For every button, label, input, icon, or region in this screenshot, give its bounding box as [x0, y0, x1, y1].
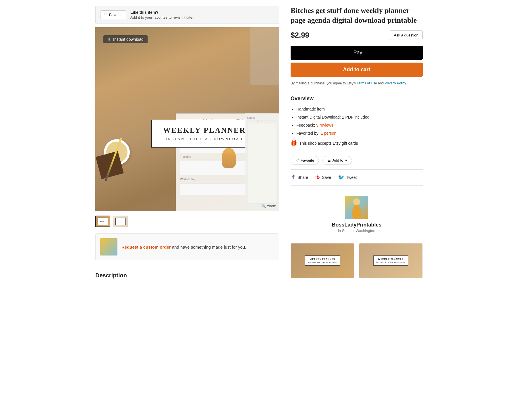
- overview-item-3-prefix: Feedback:: [296, 123, 316, 127]
- related-product-1-image: WEEKLY PLANNER INSTANT DIGITAL DOWNLOAD: [291, 243, 354, 278]
- add-to-label: Add to: [333, 158, 343, 162]
- instant-download-badge: ⬇ Instant download: [103, 35, 148, 43]
- thumbnail-1[interactable]: WEEKLY: [95, 216, 110, 227]
- related-product-1[interactable]: WEEKLY PLANNER INSTANT DIGITAL DOWNLOAD: [291, 243, 354, 278]
- related-2-title: WEEKLY PLANNER: [376, 258, 405, 261]
- overview-item-1: Handmade item: [296, 105, 423, 113]
- related-product-2-image: WEEKLY PLANNER INSTANT DIGITAL DOWNLOAD: [359, 243, 422, 278]
- tweet-label: Tweet: [346, 175, 357, 180]
- reviews-link[interactable]: 9 reviews: [316, 123, 333, 127]
- gift-card-icon: 🎁: [291, 140, 297, 146]
- privacy-link[interactable]: Privacy Policy: [385, 81, 406, 85]
- related-product-1-card: WEEKLY PLANNER INSTANT DIGITAL DOWNLOAD: [305, 256, 340, 266]
- divider-description: [95, 265, 279, 265]
- custom-order-after: and have something made just for you.: [171, 245, 246, 249]
- gift-cards-row: 🎁 This shop accepts Etsy gift cards: [291, 140, 423, 146]
- zoom-button[interactable]: 🔍 zoom: [261, 204, 276, 208]
- planner-card: WEEKLY PLANNER INSTANT DIGITAL DOWNLOAD: [151, 120, 258, 148]
- chevron-down-icon: ▾: [345, 158, 347, 162]
- main-product-image: WEEKLY PLANNER INSTANT DIGITAL DOWNLOAD …: [95, 27, 279, 211]
- overview-item-2: Instant Digital Download: 1 PDF included: [296, 113, 423, 121]
- overview-item-4-prefix: Favorited by:: [296, 131, 321, 136]
- zoom-icon: 🔍: [261, 204, 266, 208]
- shop-avatar-small: [100, 238, 117, 256]
- purchase-terms: By making a purchase, you agree to Etsy'…: [291, 81, 423, 86]
- terms-link[interactable]: Terms of Use: [357, 81, 377, 85]
- related-2-subtitle: INSTANT DIGITAL DOWNLOAD: [376, 262, 405, 263]
- actions-row: ♡ Favorite ☰ Add to ▾: [291, 156, 423, 165]
- planner-card-title: WEEKLY PLANNER: [159, 126, 250, 135]
- overview-title: Overview: [291, 96, 423, 102]
- thumbnail-2[interactable]: [113, 216, 128, 227]
- ask-question-button[interactable]: Ask a question: [390, 30, 423, 40]
- custom-order-text: Request a custom order and have somethin…: [121, 245, 246, 249]
- overview-item-1-text: Handmade item: [296, 107, 325, 111]
- favorite-action-label: Favorite: [301, 158, 314, 162]
- add-to-action-button[interactable]: ☰ Add to ▾: [322, 156, 352, 165]
- favorite-button[interactable]: ♡ Favorite: [100, 10, 126, 19]
- divider-overview: [291, 91, 423, 91]
- related-product-2-card: WEEKLY PLANNER INSTANT DIGITAL DOWNLOAD: [373, 256, 408, 266]
- like-heading: Like this item?: [130, 10, 159, 15]
- product-title: Bitches get stuff done weekly planner pa…: [291, 6, 423, 25]
- overview-item-2-text: Instant Digital Download: 1 PDF included: [296, 115, 369, 119]
- purchase-terms-prefix: By making a purchase, you agree to Etsy'…: [291, 81, 357, 85]
- divider-shop: [291, 185, 423, 186]
- apple-pay-button[interactable]: Pay: [291, 46, 423, 60]
- twitter-icon: 🐦: [338, 174, 344, 181]
- related-product-2[interactable]: WEEKLY PLANNER INSTANT DIGITAL DOWNLOAD: [359, 243, 423, 278]
- add-to-cart-button[interactable]: Add to cart: [291, 63, 423, 77]
- related-1-title: WEEKLY PLANNER: [308, 258, 337, 261]
- related-products: WEEKLY PLANNER INSTANT DIGITAL DOWNLOAD …: [291, 243, 423, 278]
- twitter-tweet-button[interactable]: 🐦 Tweet: [338, 174, 357, 181]
- share-label: Share: [297, 175, 308, 180]
- favorite-action-button[interactable]: ♡ Favorite: [291, 156, 319, 165]
- facebook-share-button[interactable]: Share: [291, 174, 308, 181]
- pinterest-save-button[interactable]: Save: [315, 174, 331, 181]
- list-icon: ☰: [327, 158, 331, 162]
- related-1-subtitle: INSTANT DIGITAL DOWNLOAD: [308, 262, 337, 263]
- favorited-by-link[interactable]: 1 person: [321, 131, 336, 136]
- zoom-label: zoom: [267, 204, 276, 208]
- overview-item-3: Feedback: 9 reviews: [296, 121, 423, 129]
- favorite-bar-text: Like this item? Add it to your favorites…: [130, 10, 194, 20]
- gift-cards-text: This shop accepts Etsy gift cards: [299, 141, 358, 146]
- shop-section: BossLadyPrintables in Seattle, Washingto…: [291, 190, 423, 239]
- shop-avatar-image: [345, 196, 368, 219]
- favorite-btn-label: Favorite: [109, 13, 123, 17]
- shop-name[interactable]: BossLadyPrintables: [291, 222, 423, 228]
- heart-icon: ♡: [104, 13, 107, 17]
- social-row: Share Save 🐦 Tweet: [291, 174, 423, 181]
- like-subtext: Add it to your favorites to revisit it l…: [130, 15, 194, 20]
- overview-list: Handmade item Instant Digital Download: …: [291, 105, 423, 137]
- thumbnail-strip: WEEKLY: [95, 214, 279, 229]
- and-text: and: [378, 81, 384, 85]
- save-label: Save: [322, 175, 331, 180]
- apple-pay-label: Pay: [353, 50, 362, 56]
- divider-actions: [291, 151, 423, 151]
- price-row: $2.99 Ask a question: [291, 30, 423, 40]
- planner-card-subtitle: INSTANT DIGITAL DOWNLOAD: [159, 137, 250, 141]
- overview-item-4: Favorited by: 1 person: [296, 129, 423, 137]
- thumbnail-list: WEEKLY: [95, 216, 128, 227]
- facebook-icon: [291, 174, 296, 181]
- product-price: $2.99: [291, 31, 309, 40]
- favorite-bar: ♡ Favorite Like this item? Add it to you…: [95, 6, 279, 24]
- divider-social: [291, 169, 423, 170]
- pinterest-icon: [315, 174, 320, 181]
- custom-order-bar: Request a custom order and have somethin…: [95, 233, 279, 260]
- custom-order-link[interactable]: Request a custom order: [121, 245, 171, 249]
- instant-download-text: Instant download: [113, 37, 144, 42]
- shop-location: in Seattle, Washington: [291, 229, 423, 233]
- description-heading: Description: [95, 272, 279, 279]
- download-icon: ⬇: [107, 37, 111, 42]
- heart-icon-action: ♡: [295, 158, 299, 162]
- shop-avatar: [345, 196, 368, 219]
